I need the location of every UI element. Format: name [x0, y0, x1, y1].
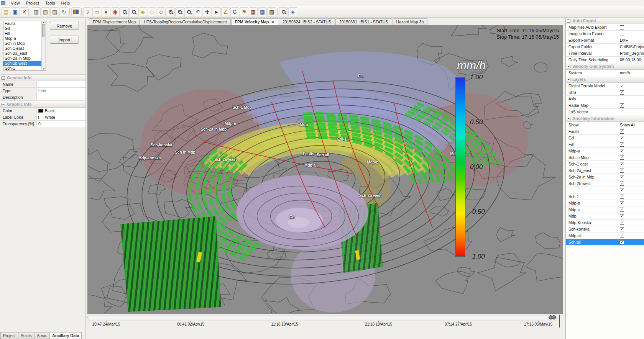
setting-row-sch-2b-west[interactable]: Sch-2b west✓: [566, 180, 644, 187]
flag-icon[interactable]: ⚑: [240, 7, 248, 16]
left-tab-ancillary-data[interactable]: Ancillary Data: [50, 332, 82, 339]
checkbox-checked-icon[interactable]: ✓: [620, 240, 624, 244]
setting-row-digital-terrain-model[interactable]: Digital Terrain Model✓: [566, 83, 644, 89]
left-tab-areas[interactable]: Areas: [34, 332, 50, 339]
setting-row-mdp[interactable]: Mdp✓: [566, 213, 644, 219]
add-pin-icon[interactable]: ●: [102, 7, 110, 16]
setting-row-mdp-b[interactable]: Mdp-b✓: [566, 200, 644, 206]
zoom-window-icon[interactable]: ▫: [184, 7, 193, 16]
list-item-sch-2b-west[interactable]: Sch-2b west: [3, 61, 41, 66]
setting-value[interactable]: ✓: [618, 141, 644, 147]
property-value[interactable]: [37, 94, 85, 100]
property-value[interactable]: Black: [37, 108, 85, 114]
setting-row-export-folder[interactable]: Export FolderC:\IBIS\Project: [566, 44, 644, 50]
collapse-icon[interactable]: −: [567, 78, 570, 81]
setting-value[interactable]: ✓: [618, 89, 644, 95]
checkbox-checked-icon[interactable]: ✓: [620, 208, 624, 212]
list-item-sch-1-east[interactable]: Sch-1 east: [3, 46, 41, 51]
setting-row-sch-2a-east[interactable]: Sch-2a_east✓: [566, 167, 644, 174]
checkbox-checked-icon[interactable]: ✓: [620, 227, 624, 231]
tab-hts-topplingregion-comulativedisplacement[interactable]: HTS-TopplingRegion-ComulativeDisplacemen…: [140, 18, 231, 25]
setting-value[interactable]: ✓: [618, 167, 644, 174]
scrollbar-thumb[interactable]: [42, 24, 45, 37]
checkbox-checked-icon[interactable]: ✓: [620, 84, 624, 88]
setting-row-export-format[interactable]: Export FormatDXF: [566, 37, 644, 44]
save-icon[interactable]: ▣: [11, 7, 20, 16]
setting-value[interactable]: ✓: [618, 206, 644, 213]
setting-row-time-interval[interactable]: Time IntervalFrom_Beginn: [566, 50, 644, 57]
section-header-auto-export[interactable]: −Auto Export: [566, 18, 644, 24]
add-polygon-icon[interactable]: ◇: [148, 7, 156, 16]
collapse-icon[interactable]: −: [567, 19, 570, 23]
export-map-icon[interactable]: ⇩: [83, 7, 92, 16]
remove-button[interactable]: Remove: [50, 22, 79, 30]
checkbox-checked-icon[interactable]: ✓: [620, 182, 624, 186]
setting-value[interactable]: ✓: [618, 180, 644, 187]
tab-20150324-ibis2-status[interactable]: 20150324_IBIS2 - STATUS: [279, 18, 335, 25]
setting-row-fill[interactable]: Fill✓: [566, 141, 644, 148]
checkbox-checked-icon[interactable]: ✓: [620, 149, 624, 153]
setting-row-show[interactable]: ShowShow All: [566, 122, 644, 128]
setting-row-system[interactable]: Systemmm/h: [566, 70, 644, 76]
setting-row-blank[interactable]: ✓: [566, 187, 644, 193]
collapse-icon[interactable]: −: [567, 65, 570, 68]
copy-icon[interactable]: ▧: [41, 7, 50, 16]
list-item-sch-1[interactable]: Sch-1: [3, 66, 41, 70]
setting-row-sch-2a-in-mdp[interactable]: Sch-2a in Mdp✓: [566, 174, 644, 180]
setting-row-sch-1[interactable]: Sch-1✓: [566, 193, 644, 200]
tab-hazard-map-3h[interactable]: Hazard Map 3h: [393, 18, 428, 25]
setting-value[interactable]: ✓: [618, 161, 644, 167]
checkbox-checked-icon[interactable]: ✓: [620, 195, 624, 199]
checkbox-checked-icon[interactable]: ✓: [620, 175, 624, 179]
setting-value[interactable]: 06:00;18:00;: [618, 57, 644, 63]
setting-value[interactable]: [618, 109, 644, 115]
left-tab-points[interactable]: Points: [18, 332, 34, 339]
find-icon[interactable]: G: [230, 7, 239, 16]
play-icon[interactable]: ►: [212, 7, 221, 16]
left-tab-project[interactable]: Project: [0, 332, 18, 339]
remove-pin-icon[interactable]: ◉: [111, 7, 120, 16]
list-item-sch-2a-in-mdp[interactable]: Sch-2a in Mdp: [3, 56, 41, 61]
menu-project[interactable]: Project: [23, 1, 42, 5]
setting-value[interactable]: ✓: [618, 200, 644, 206]
export-image-icon[interactable]: ▭: [92, 7, 101, 16]
tab-fpm-displacement-map[interactable]: FPM Displacement Map: [89, 18, 140, 25]
property-value[interactable]: [37, 81, 85, 87]
setting-row-radar-map[interactable]: Radar Map✓: [566, 102, 644, 109]
list-item-gd[interactable]: Gd: [3, 26, 41, 31]
list-item-mdp-a[interactable]: Mdp-a: [3, 36, 41, 41]
setting-value[interactable]: ✓: [618, 135, 644, 141]
setting-row-axis[interactable]: Axis: [566, 96, 644, 102]
checkbox-checked-icon[interactable]: ✓: [620, 169, 624, 173]
setting-value[interactable]: ✓: [618, 239, 644, 245]
checkbox-checked-icon[interactable]: ✓: [620, 234, 624, 238]
setting-value[interactable]: [618, 96, 644, 102]
checkbox-checked-icon[interactable]: ✓: [620, 201, 624, 205]
checkbox-checked-icon[interactable]: ✓: [620, 214, 624, 218]
checkbox-unchecked-icon[interactable]: [620, 32, 624, 36]
checkbox-unchecked-icon[interactable]: [620, 97, 624, 101]
tab-20150331-ibis1-status[interactable]: 20150331_IBIS1 - STATUS: [335, 18, 392, 25]
colorscale-icon[interactable]: [71, 7, 80, 16]
setting-value[interactable]: ✓: [618, 233, 644, 239]
setting-value[interactable]: ✓: [618, 219, 644, 226]
checkbox-checked-icon[interactable]: ✓: [620, 188, 624, 192]
setting-row-sch-all[interactable]: Sch all✓: [566, 239, 644, 246]
time-slider-track[interactable]: [87, 316, 557, 319]
list-item-faults[interactable]: Faults: [3, 21, 41, 26]
zoom-out-icon[interactable]: −: [175, 7, 184, 16]
setting-value[interactable]: C:\IBIS\Project: [618, 44, 644, 50]
setting-value[interactable]: ✓: [618, 154, 644, 160]
setting-row-sch-konska[interactable]: Sch-konska✓: [566, 226, 644, 233]
tab-fpm-velocity-map[interactable]: FPM Velocity Map✕: [231, 18, 278, 25]
property-value[interactable]: Line: [37, 88, 85, 94]
menu-help[interactable]: Help: [58, 1, 73, 5]
menu-tools[interactable]: Tools: [42, 1, 58, 5]
general-info-header[interactable]: − General Info: [0, 74, 85, 81]
setting-value[interactable]: [618, 31, 644, 37]
collapse-icon[interactable]: −: [567, 117, 570, 120]
table-icon[interactable]: ▦: [258, 7, 267, 16]
section-header-velocity-unit-system[interactable]: −Velocity Unit System: [566, 63, 644, 70]
close-tab-icon[interactable]: ✕: [271, 20, 274, 24]
property-value[interactable]: White: [37, 114, 85, 120]
